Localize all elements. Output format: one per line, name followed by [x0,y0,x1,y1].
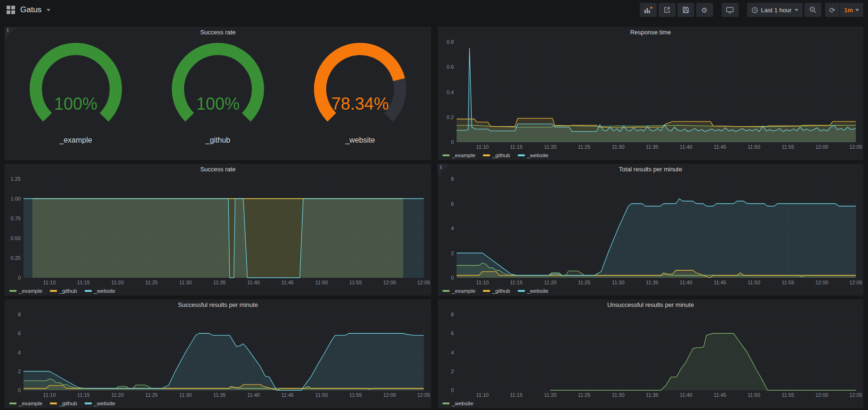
svg-text:11:15: 11:15 [510,392,523,398]
legend-swatch [518,154,525,156]
panel-title[interactable]: Response time [438,27,863,38]
panel-title[interactable]: Successful results per minute [5,299,431,311]
refresh-interval-label: 1m [844,7,853,14]
panel-title[interactable]: Total results per minute [438,164,863,175]
legend-item--example[interactable]: _example [9,288,42,294]
svg-text:0: 0 [451,387,454,393]
svg-text:2: 2 [18,369,21,374]
svg-text:11:45: 11:45 [714,392,726,398]
legend-item--website[interactable]: _website [518,288,548,294]
legend-label: _website [94,288,115,294]
svg-text:11:20: 11:20 [111,392,124,398]
svg-text:12:00: 12:00 [383,392,396,398]
panel-title[interactable]: Success rate [5,164,431,175]
cycle-view-button[interactable] [722,3,739,17]
time-series-chart[interactable]: 11:1011:1511:2011:2511:3011:3511:4011:45… [438,38,863,151]
legend-label: _github [59,401,77,406]
legend-swatch [483,154,490,156]
refresh-interval-picker[interactable]: 1m [839,3,863,17]
svg-text:11:35: 11:35 [213,392,226,398]
panel-success-rate-2: Success rate11:1011:1511:2011:2511:3011:… [4,163,432,296]
legend-item--website[interactable]: _website [442,401,473,406]
clock-icon [751,7,758,14]
panel-unsuccessful-results-per-minute-5: Unsuccessful results per minute11:1011:1… [437,299,864,409]
svg-text:11:30: 11:30 [179,280,192,285]
legend-item--github[interactable]: _github [483,288,510,294]
legend-item--github[interactable]: _github [50,288,77,294]
legend: _example_github_website [438,151,863,160]
svg-text:11:50: 11:50 [315,392,328,398]
svg-text:11:30: 11:30 [179,392,192,398]
zoom-out-button[interactable] [804,3,821,17]
gauge-arc: 100% [10,40,142,136]
legend-item--example[interactable]: _example [442,153,475,158]
gauge-value: 100% [196,94,240,113]
time-range-picker[interactable]: Last 1 hour [747,3,803,17]
legend: _example_github_website [5,399,431,408]
time-series-chart[interactable]: 11:1011:1511:2011:2511:3011:3511:4011:45… [5,175,431,286]
panel-title[interactable]: Success rate [5,27,431,38]
gauge-label: _github [206,136,231,145]
share-button[interactable] [659,3,675,17]
svg-text:11:10: 11:10 [43,392,56,398]
legend-label: _github [59,288,77,294]
gauge-label: _website [345,136,375,145]
legend-label: _example [19,288,42,294]
time-range-label: Last 1 hour [761,7,792,14]
legend: _website [438,399,863,408]
dashboard-title[interactable]: Gatus [20,5,41,15]
time-series-chart[interactable]: 11:1011:1511:2011:2511:3011:3511:4011:45… [438,311,863,399]
settings-button[interactable]: ⚙ [696,3,713,17]
svg-text:1.25: 1.25 [11,176,21,182]
svg-text:4: 4 [451,350,454,355]
svg-text:4: 4 [18,350,21,355]
legend-swatch [483,290,490,292]
share-icon [663,6,671,14]
add-panel-button[interactable] [640,3,657,17]
gauge-label: _example [59,136,92,145]
time-series-chart[interactable]: 11:1011:1511:2011:2511:3011:3511:4011:45… [438,175,863,286]
svg-text:0.50: 0.50 [11,235,21,241]
svg-text:11:55: 11:55 [781,280,794,285]
legend-item--website[interactable]: _website [518,153,548,158]
svg-text:12:05: 12:05 [849,144,862,150]
svg-text:11:25: 11:25 [578,392,591,398]
svg-text:12:05: 12:05 [849,392,862,398]
refresh-button[interactable]: ⟳ [825,3,840,17]
legend-label: _website [452,401,473,406]
gauge-row: 100%_example100%_github78.34%_website [5,38,431,160]
legend-item--website[interactable]: _website [85,401,115,406]
dashboards-icon [7,6,15,14]
legend-item--example[interactable]: _example [9,401,42,406]
svg-text:0.75: 0.75 [11,216,21,221]
svg-text:11:50: 11:50 [747,392,760,398]
add-panel-icon [644,6,652,14]
svg-text:6: 6 [451,201,454,207]
time-series-chart[interactable]: 11:1011:1511:2011:2511:3011:3511:4011:45… [5,311,431,399]
panel-info-icon[interactable]: i [5,27,17,39]
gauge-value: 100% [54,94,97,113]
svg-text:8: 8 [18,312,21,317]
svg-text:11:25: 11:25 [578,144,591,150]
gauge--github: 100%_github [152,40,284,145]
svg-text:8: 8 [451,312,454,317]
legend: _example_github_website [438,286,863,296]
legend-swatch [442,402,450,404]
legend-item--website[interactable]: _website [85,288,115,294]
svg-text:11:10: 11:10 [476,392,489,398]
legend-label: _example [19,401,42,406]
save-button[interactable] [677,3,694,17]
panel-info-icon[interactable]: i [438,164,450,176]
dashboard-picker[interactable]: Gatus [7,5,50,15]
legend-item--github[interactable]: _github [50,401,77,406]
panel-title[interactable]: Unsuccessful results per minute [438,299,863,311]
legend-label: _github [492,153,510,158]
legend-item--github[interactable]: _github [483,153,510,158]
svg-text:0: 0 [18,387,21,393]
panel-successful-results-per-minute-4: Successful results per minute11:1011:151… [4,299,432,409]
gauge-arc: 78.34% [294,40,426,136]
legend-label: _website [94,401,115,406]
legend-item--example[interactable]: _example [442,288,475,294]
svg-text:11:30: 11:30 [612,392,625,398]
legend-swatch [85,402,92,404]
